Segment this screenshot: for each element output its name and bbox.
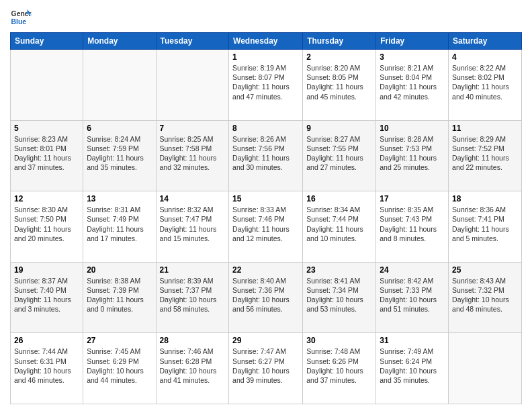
calendar-cell: 15Sunrise: 8:33 AM Sunset: 7:46 PM Dayli… <box>229 191 303 263</box>
calendar-cell: 12Sunrise: 8:30 AM Sunset: 7:50 PM Dayli… <box>11 191 83 263</box>
calendar-cell <box>449 333 522 404</box>
day-number: 9 <box>306 124 372 133</box>
calendar-cell: 31Sunrise: 7:49 AM Sunset: 6:24 PM Dayli… <box>376 333 449 404</box>
calendar-cell <box>156 50 229 121</box>
day-number: 11 <box>452 124 518 133</box>
calendar-cell: 3Sunrise: 8:21 AM Sunset: 8:04 PM Daylig… <box>376 50 449 121</box>
day-number: 29 <box>232 336 299 345</box>
calendar-cell <box>11 50 83 121</box>
day-info: Sunrise: 7:44 AM Sunset: 6:31 PM Dayligh… <box>14 347 79 385</box>
day-number: 21 <box>160 265 226 275</box>
day-info: Sunrise: 7:49 AM Sunset: 6:24 PM Dayligh… <box>380 347 445 385</box>
weekday-header-sunday: Sunday <box>11 33 83 50</box>
day-info: Sunrise: 8:37 AM Sunset: 7:40 PM Dayligh… <box>14 276 79 314</box>
day-number: 10 <box>380 124 445 133</box>
day-number: 15 <box>232 194 299 203</box>
week-row-3: 12Sunrise: 8:30 AM Sunset: 7:50 PM Dayli… <box>11 191 522 263</box>
day-number: 19 <box>14 265 79 275</box>
calendar-cell: 13Sunrise: 8:31 AM Sunset: 7:49 PM Dayli… <box>83 191 156 263</box>
calendar-cell: 1Sunrise: 8:19 AM Sunset: 8:07 PM Daylig… <box>229 50 303 121</box>
week-row-2: 5Sunrise: 8:23 AM Sunset: 8:01 PM Daylig… <box>11 120 522 191</box>
day-number: 28 <box>160 336 226 345</box>
calendar-cell: 5Sunrise: 8:23 AM Sunset: 8:01 PM Daylig… <box>11 120 83 191</box>
day-number: 1 <box>232 52 299 62</box>
day-number: 24 <box>380 265 445 275</box>
calendar-cell: 23Sunrise: 8:41 AM Sunset: 7:34 PM Dayli… <box>303 262 376 333</box>
week-row-1: 1Sunrise: 8:19 AM Sunset: 8:07 PM Daylig… <box>11 50 522 121</box>
day-number: 14 <box>160 194 226 203</box>
day-info: Sunrise: 8:31 AM Sunset: 7:49 PM Dayligh… <box>87 205 152 243</box>
day-info: Sunrise: 8:40 AM Sunset: 7:36 PM Dayligh… <box>232 276 299 314</box>
day-number: 30 <box>306 336 372 345</box>
calendar-cell: 2Sunrise: 8:20 AM Sunset: 8:05 PM Daylig… <box>303 50 376 121</box>
day-number: 17 <box>380 194 445 203</box>
day-number: 23 <box>306 265 372 275</box>
header: General Blue <box>10 7 522 28</box>
day-info: Sunrise: 8:36 AM Sunset: 7:41 PM Dayligh… <box>452 205 518 243</box>
calendar-cell: 7Sunrise: 8:25 AM Sunset: 7:58 PM Daylig… <box>156 120 229 191</box>
calendar-cell: 26Sunrise: 7:44 AM Sunset: 6:31 PM Dayli… <box>11 333 83 404</box>
page: General Blue SundayMondayTuesdayWednesda… <box>0 0 532 411</box>
day-number: 25 <box>452 265 518 275</box>
day-info: Sunrise: 8:29 AM Sunset: 7:52 PM Dayligh… <box>452 134 518 173</box>
day-number: 20 <box>87 265 152 275</box>
calendar-cell: 10Sunrise: 8:28 AM Sunset: 7:53 PM Dayli… <box>376 120 449 191</box>
day-info: Sunrise: 8:28 AM Sunset: 7:53 PM Dayligh… <box>380 134 445 173</box>
calendar-cell: 6Sunrise: 8:24 AM Sunset: 7:59 PM Daylig… <box>83 120 156 191</box>
week-row-4: 19Sunrise: 8:37 AM Sunset: 7:40 PM Dayli… <box>11 262 522 333</box>
day-info: Sunrise: 8:27 AM Sunset: 7:55 PM Dayligh… <box>306 134 372 173</box>
day-info: Sunrise: 8:26 AM Sunset: 7:56 PM Dayligh… <box>232 134 299 173</box>
day-info: Sunrise: 8:33 AM Sunset: 7:46 PM Dayligh… <box>232 205 299 243</box>
day-number: 8 <box>232 124 299 133</box>
day-number: 7 <box>160 124 226 133</box>
day-info: Sunrise: 8:41 AM Sunset: 7:34 PM Dayligh… <box>306 276 372 314</box>
day-info: Sunrise: 8:34 AM Sunset: 7:44 PM Dayligh… <box>306 205 372 243</box>
calendar-cell: 8Sunrise: 8:26 AM Sunset: 7:56 PM Daylig… <box>229 120 303 191</box>
week-row-5: 26Sunrise: 7:44 AM Sunset: 6:31 PM Dayli… <box>11 333 522 404</box>
weekday-header-saturday: Saturday <box>449 33 522 50</box>
weekday-header-monday: Monday <box>83 33 156 50</box>
calendar-cell: 9Sunrise: 8:27 AM Sunset: 7:55 PM Daylig… <box>303 120 376 191</box>
calendar-cell: 22Sunrise: 8:40 AM Sunset: 7:36 PM Dayli… <box>229 262 303 333</box>
day-info: Sunrise: 8:25 AM Sunset: 7:58 PM Dayligh… <box>160 134 226 173</box>
day-info: Sunrise: 8:21 AM Sunset: 8:04 PM Dayligh… <box>380 63 445 101</box>
day-info: Sunrise: 8:38 AM Sunset: 7:39 PM Dayligh… <box>87 276 152 314</box>
calendar-cell: 16Sunrise: 8:34 AM Sunset: 7:44 PM Dayli… <box>303 191 376 263</box>
calendar-cell: 21Sunrise: 8:39 AM Sunset: 7:37 PM Dayli… <box>156 262 229 333</box>
generalblue-logo-icon: General Blue <box>10 7 32 28</box>
day-info: Sunrise: 7:46 AM Sunset: 6:28 PM Dayligh… <box>160 347 226 385</box>
day-number: 26 <box>14 336 79 345</box>
calendar-cell: 14Sunrise: 8:32 AM Sunset: 7:47 PM Dayli… <box>156 191 229 263</box>
weekday-header-wednesday: Wednesday <box>229 33 303 50</box>
day-number: 2 <box>306 52 372 62</box>
day-info: Sunrise: 8:20 AM Sunset: 8:05 PM Dayligh… <box>306 63 372 101</box>
day-info: Sunrise: 8:30 AM Sunset: 7:50 PM Dayligh… <box>14 205 79 243</box>
weekday-header-thursday: Thursday <box>303 33 376 50</box>
calendar-cell: 29Sunrise: 7:47 AM Sunset: 6:27 PM Dayli… <box>229 333 303 404</box>
day-number: 27 <box>87 336 152 345</box>
calendar-cell <box>83 50 156 121</box>
calendar-cell: 4Sunrise: 8:22 AM Sunset: 8:02 PM Daylig… <box>449 50 522 121</box>
calendar-cell: 25Sunrise: 8:43 AM Sunset: 7:32 PM Dayli… <box>449 262 522 333</box>
day-number: 3 <box>380 52 445 62</box>
day-info: Sunrise: 8:24 AM Sunset: 7:59 PM Dayligh… <box>87 134 152 173</box>
day-info: Sunrise: 7:47 AM Sunset: 6:27 PM Dayligh… <box>232 347 299 385</box>
day-number: 6 <box>87 124 152 133</box>
day-info: Sunrise: 8:35 AM Sunset: 7:43 PM Dayligh… <box>380 205 445 243</box>
calendar-cell: 19Sunrise: 8:37 AM Sunset: 7:40 PM Dayli… <box>11 262 83 333</box>
day-info: Sunrise: 8:19 AM Sunset: 8:07 PM Dayligh… <box>232 63 299 101</box>
calendar-cell: 27Sunrise: 7:45 AM Sunset: 6:29 PM Dayli… <box>83 333 156 404</box>
svg-text:Blue: Blue <box>11 18 27 26</box>
day-info: Sunrise: 8:42 AM Sunset: 7:33 PM Dayligh… <box>380 276 445 314</box>
calendar-cell: 28Sunrise: 7:46 AM Sunset: 6:28 PM Dayli… <box>156 333 229 404</box>
calendar-cell: 18Sunrise: 8:36 AM Sunset: 7:41 PM Dayli… <box>449 191 522 263</box>
calendar-cell: 30Sunrise: 7:48 AM Sunset: 6:26 PM Dayli… <box>303 333 376 404</box>
day-number: 22 <box>232 265 299 275</box>
day-info: Sunrise: 7:45 AM Sunset: 6:29 PM Dayligh… <box>87 347 152 385</box>
day-number: 31 <box>380 336 445 345</box>
day-number: 16 <box>306 194 372 203</box>
day-info: Sunrise: 8:32 AM Sunset: 7:47 PM Dayligh… <box>160 205 226 243</box>
calendar-cell: 20Sunrise: 8:38 AM Sunset: 7:39 PM Dayli… <box>83 262 156 333</box>
day-info: Sunrise: 7:48 AM Sunset: 6:26 PM Dayligh… <box>306 347 372 385</box>
day-number: 13 <box>87 194 152 203</box>
